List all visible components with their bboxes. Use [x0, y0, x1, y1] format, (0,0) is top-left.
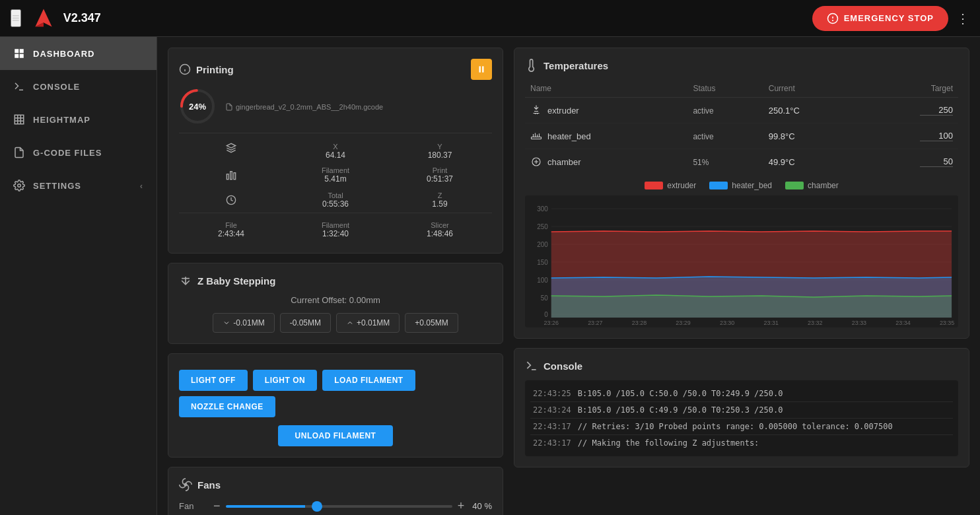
temp-name-heater_bed: heater_bed — [530, 130, 682, 142]
svg-rect-30 — [532, 137, 542, 139]
svg-text:23:28: 23:28 — [632, 320, 647, 326]
temp-status-heater_bed: active — [693, 132, 713, 141]
content-area: Printing 24% — [157, 37, 980, 515]
z-value-stat: Z 1.59 — [388, 189, 492, 211]
settings-icon — [13, 180, 25, 191]
version-label: V2.347 — [63, 11, 812, 25]
console-line: 22:43:25B:105.0 /105.0 C:50.0 /50.0 T0:2… — [530, 386, 953, 402]
console-card-icon — [525, 359, 538, 372]
z-baby-offset: Current Offset: 0.00mm — [179, 295, 492, 305]
heater_bed-icon — [530, 130, 542, 142]
temp-target-chamber[interactable] — [920, 156, 953, 167]
legend-chamber-color — [785, 182, 804, 189]
fan-slider[interactable] — [226, 505, 452, 508]
fan-decrease-button[interactable]: − — [213, 499, 221, 513]
action-buttons-card: LIGHT OFF LIGHT ON LOAD FILAMENT NOZZLE … — [168, 353, 503, 458]
svg-text:50: 50 — [541, 294, 549, 302]
y-stat: Y 180.37 — [388, 140, 492, 162]
chamber-icon — [530, 156, 542, 168]
up-arrow-icon — [346, 319, 354, 327]
chart-svg: 300 250 200 150 100 50 0 — [525, 195, 958, 327]
temp-status-extruder: active — [693, 106, 713, 116]
svg-text:23:29: 23:29 — [676, 320, 690, 326]
printing-title: Printing — [179, 63, 234, 75]
svg-text:300: 300 — [537, 205, 548, 213]
temp-header-current: Current — [763, 80, 858, 98]
right-panel: Temperatures Name Status Current Target — [514, 48, 969, 504]
temp-header-target: Target — [858, 80, 958, 98]
temp-current-heater_bed: 99.8°C — [769, 131, 795, 141]
print-info: gingerbread_v2_0.2mm_ABS__2h40m.gcode — [225, 102, 492, 111]
svg-rect-23 — [227, 174, 228, 180]
temp-status-chamber: 51% — [693, 158, 709, 167]
sidebar: DASHBOARD CONSOLE HEIGHTMAP G-CODE FILES… — [0, 37, 157, 515]
temp-target-extruder[interactable] — [920, 105, 953, 116]
z-baby-icon — [179, 274, 192, 287]
temp-header-name: Name — [525, 80, 687, 98]
svg-rect-10 — [15, 115, 24, 124]
print-stats-row3: Total 0:55:36 Z 1.59 — [179, 188, 492, 213]
fan-increase-button[interactable]: + — [458, 499, 465, 513]
pause-icon — [477, 65, 486, 74]
sidebar-item-gcode-files[interactable]: G-CODE FILES — [0, 136, 157, 169]
z-minus-005-button[interactable]: -0.05MM — [280, 313, 331, 333]
chart-legend: extruder heater_bed chamber — [525, 181, 958, 190]
svg-point-15 — [18, 184, 21, 188]
temp-target-heater_bed[interactable] — [920, 131, 953, 141]
svg-text:23:30: 23:30 — [720, 320, 734, 326]
emergency-stop-button[interactable]: EMERGENCY STOP — [812, 6, 948, 31]
z-baby-stepping-card: Z Baby Stepping Current Offset: 0.00mm -… — [168, 263, 503, 344]
console-line: 22:43:17// Making the following Z adjust… — [530, 435, 953, 451]
svg-text:23:31: 23:31 — [764, 320, 779, 326]
svg-rect-6 — [20, 49, 24, 53]
stop-icon — [827, 13, 839, 24]
light-on-button[interactable]: LIGHT ON — [253, 370, 317, 391]
unload-row: UNLOAD FILAMENT — [179, 425, 492, 446]
sidebar-item-settings[interactable]: SETTINGS ‹ — [0, 169, 157, 202]
light-off-button[interactable]: LIGHT OFF — [179, 370, 248, 391]
temp-row-extruder: extruder active 250.1°C — [525, 98, 958, 123]
svg-text:23:35: 23:35 — [940, 320, 954, 326]
z-plus-005-button[interactable]: +0.05MM — [405, 313, 458, 333]
files-icon — [13, 147, 25, 158]
legend-chamber: chamber — [785, 181, 839, 190]
left-panel: Printing 24% — [168, 48, 503, 504]
sidebar-item-heightmap[interactable]: HEIGHTMAP — [0, 103, 157, 136]
svg-rect-24 — [230, 172, 232, 180]
fans-icon — [179, 478, 192, 491]
svg-rect-5 — [15, 49, 18, 53]
heightmap-icon — [13, 114, 25, 125]
logo-icon — [32, 7, 55, 30]
load-filament-button[interactable]: LOAD FILAMENT — [322, 370, 415, 391]
svg-rect-19 — [479, 66, 481, 72]
legend-extruder: extruder — [645, 181, 696, 190]
sidebar-item-console[interactable]: CONSOLE — [0, 70, 157, 103]
nozzle-change-button[interactable]: NOZZLE CHANGE — [179, 396, 275, 417]
temp-header-status: Status — [687, 80, 763, 98]
sidebar-item-dashboard[interactable]: DASHBOARD — [0, 37, 157, 70]
temp-name-extruder: extruder — [530, 104, 682, 116]
temperatures-card: Temperatures Name Status Current Target — [514, 48, 969, 339]
print-filename: gingerbread_v2_0.2mm_ABS__2h40m.gcode — [225, 103, 492, 111]
fan-row: Fan − + 40 % — [179, 499, 492, 513]
progress-percent: 24% — [189, 102, 206, 112]
z-minus-001-button[interactable]: -0.01MM — [213, 313, 274, 333]
unload-filament-button[interactable]: UNLOAD FILAMENT — [278, 425, 394, 446]
svg-text:23:26: 23:26 — [544, 320, 559, 326]
print-progress: 24% gingerbread_v2_0.2mm_ABS__2h40m.gcod… — [179, 88, 492, 125]
print-stats-grid: X 64.14 Y 180.37 — [179, 133, 492, 162]
temp-current-extruder: 250.1°C — [769, 106, 800, 116]
z-baby-buttons: -0.01MM -0.05MM +0.01MM +0.05MM — [179, 313, 492, 333]
filament-stat: Filament 5.41m — [283, 164, 388, 186]
hamburger-button[interactable]: ≡ — [11, 9, 21, 27]
print-time-stat: Print 0:51:37 — [388, 164, 492, 186]
clock-spacer — [179, 189, 283, 211]
print-stats-row2: Filament 5.41m Print 0:51:37 — [179, 162, 492, 188]
temperature-chart: 300 250 200 150 100 50 0 — [525, 195, 958, 327]
z-plus-001-button[interactable]: +0.01MM — [336, 313, 400, 333]
svg-text:250: 250 — [537, 223, 548, 230]
more-button[interactable]: ⋮ — [956, 11, 969, 26]
bars-icon — [226, 170, 236, 180]
svg-marker-48 — [551, 295, 952, 318]
pause-button[interactable] — [471, 59, 492, 80]
